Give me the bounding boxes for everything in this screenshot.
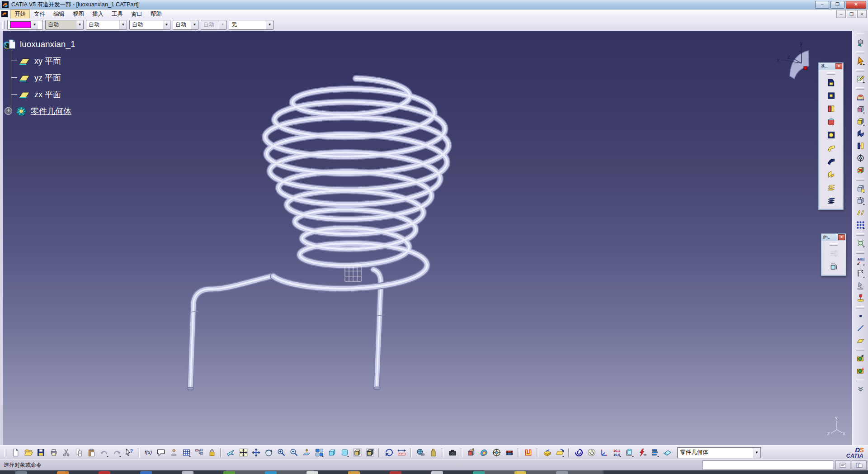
named-views-icon[interactable]: [338, 446, 351, 459]
redo-icon[interactable]: [110, 446, 123, 459]
target-box-icon[interactable]: [490, 446, 503, 459]
taskbar-app-icon[interactable]: [307, 471, 318, 474]
model-helix[interactable]: [265, 79, 448, 289]
property-combo-3[interactable]: 自动▼: [129, 20, 170, 30]
translate-icon[interactable]: [854, 194, 867, 207]
current-body-combo[interactable]: 零件几何体▼: [677, 447, 761, 458]
line-icon[interactable]: [854, 322, 867, 334]
taskbar-app-icon[interactable]: [390, 471, 401, 474]
tree-item-xy-plane[interactable]: xy 平面: [11, 52, 75, 69]
child-minimize-button[interactable]: –: [836, 10, 846, 18]
power-input-field[interactable]: [703, 460, 833, 470]
menu-3[interactable]: 编辑: [49, 9, 69, 19]
thick-wall-icon[interactable]: [854, 140, 867, 152]
whats-this-icon[interactable]: ?: [123, 446, 136, 459]
constraints-palette[interactable]: 约.. x: [821, 233, 846, 276]
open-folder-icon[interactable]: [22, 446, 34, 459]
toolbar-grip[interactable]: [856, 379, 864, 381]
fly-icon[interactable]: [224, 446, 237, 459]
toolbar-grip[interactable]: [2, 21, 5, 29]
expand-icon[interactable]: +: [5, 107, 12, 115]
tree-item-part-body[interactable]: + 零件几何体: [15, 103, 75, 119]
toolbar-grip[interactable]: [856, 179, 864, 181]
palette-close-icon[interactable]: x: [835, 63, 842, 69]
view-compass[interactable]: y x z: [777, 40, 809, 79]
taskbar-app-icon[interactable]: [265, 471, 277, 474]
taskbar-app-icon[interactable]: [182, 471, 193, 474]
mean-dim-icon[interactable]: [623, 446, 636, 459]
sketch-features-palette[interactable]: 基.. x: [818, 62, 844, 210]
property-combo-6[interactable]: 无▼: [229, 20, 274, 30]
menu-1[interactable]: 开始: [10, 9, 30, 19]
design-table-icon[interactable]: [180, 446, 193, 459]
menu-8[interactable]: 帮助: [146, 9, 166, 19]
pan-icon[interactable]: [250, 446, 262, 459]
dome-icon[interactable]: [854, 91, 867, 103]
taskbar-app-icon[interactable]: [223, 471, 235, 474]
axis-target-icon[interactable]: [854, 152, 867, 164]
tree-item-zx-plane[interactable]: zx 平面: [11, 86, 75, 103]
3d-viewport[interactable]: y x z y z x: [3, 31, 853, 446]
toolbar-grip[interactable]: [856, 87, 864, 90]
mirror-icon[interactable]: [854, 207, 867, 219]
shaft-p-icon[interactable]: [825, 103, 837, 115]
rib-p-icon[interactable]: [825, 142, 837, 154]
zoom-out-icon[interactable]: [288, 446, 300, 459]
property-combo-1[interactable]: 自动▼: [45, 20, 84, 30]
sketcher-icon[interactable]: [854, 73, 867, 85]
point-icon[interactable]: [854, 310, 867, 322]
world-icon[interactable]: [414, 446, 427, 459]
taskbar-app-icon[interactable]: [473, 471, 485, 474]
zoom-in-icon[interactable]: [275, 446, 288, 459]
hole-p-icon[interactable]: [825, 129, 837, 141]
dialog-toggle-button[interactable]: [852, 460, 867, 470]
shaded-edges-icon[interactable]: [363, 446, 376, 459]
menu-6[interactable]: 工具: [108, 9, 127, 19]
tree-item-yz-plane[interactable]: yz 平面: [11, 69, 75, 86]
tree-root-label[interactable]: luoxuanxian_1: [20, 39, 75, 49]
power-input-button[interactable]: [835, 460, 850, 470]
child-restore-button[interactable]: ❐: [847, 10, 856, 18]
menu-7[interactable]: 窗口: [127, 9, 146, 19]
flag-note-icon[interactable]: [854, 267, 867, 280]
sweep-u-icon[interactable]: [522, 446, 534, 459]
shaded-icon[interactable]: [351, 446, 363, 459]
update-swirl-icon[interactable]: [572, 446, 585, 459]
dof-icon[interactable]: [465, 446, 477, 459]
manip-stamp-icon[interactable]: [854, 280, 867, 292]
constraint-dim-icon[interactable]: [827, 261, 840, 273]
scale-icon[interactable]: [854, 237, 867, 249]
toolbar-grip[interactable]: [856, 33, 864, 35]
toolbar-grip[interactable]: [4, 449, 6, 457]
restore-button[interactable]: ❐: [830, 1, 844, 9]
remove-box-icon[interactable]: [854, 164, 867, 176]
units-icon[interactable]: 10,110,0: [610, 446, 623, 459]
undo-icon[interactable]: [98, 446, 110, 459]
print-icon[interactable]: [47, 446, 60, 459]
taskbar-app-icon[interactable]: [15, 471, 27, 474]
iso-cube-icon[interactable]: [326, 446, 338, 459]
structure-icon[interactable]: [193, 446, 205, 459]
plane-icon[interactable]: [854, 334, 867, 346]
speech-icon[interactable]: [155, 446, 167, 459]
measure-item-icon[interactable]: [854, 365, 867, 377]
toolbar-grip[interactable]: [856, 51, 864, 53]
update-gear-icon[interactable]: [854, 37, 867, 49]
palette-close-icon[interactable]: x: [838, 234, 845, 240]
copy-icon[interactable]: [72, 446, 85, 459]
shell-icon[interactable]: [854, 128, 867, 140]
camera-icon[interactable]: [446, 446, 458, 459]
more-chevron-icon[interactable]: [854, 383, 867, 395]
eraser-icon[interactable]: [661, 446, 674, 459]
fit-all-icon[interactable]: [237, 446, 250, 459]
palette-grip[interactable]: [830, 243, 838, 246]
toolbar-grip[interactable]: [856, 349, 864, 351]
taskbar-app-icon[interactable]: [99, 471, 110, 474]
fx-icon[interactable]: f(x): [142, 446, 155, 459]
knowledge-icon[interactable]: [167, 446, 180, 459]
manip-hand-icon[interactable]: [585, 446, 598, 459]
taskbar-group[interactable]: [484, 470, 604, 474]
loft-p-icon[interactable]: [825, 181, 837, 194]
lock-icon[interactable]: [205, 446, 218, 459]
rotate-icon[interactable]: [262, 446, 275, 459]
